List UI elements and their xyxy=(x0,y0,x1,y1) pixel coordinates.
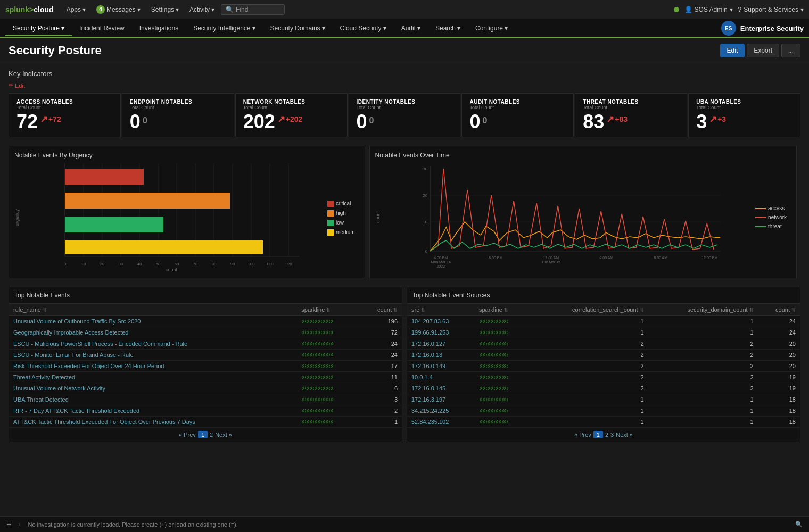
table-row[interactable]: Threat Activity Detected ⌇⌇⌇⌇⌇⌇⌇⌇⌇⌇⌇⌇⌇⌇⌇… xyxy=(9,372,402,383)
active-page-1[interactable]: 1 xyxy=(198,431,208,438)
edit-button[interactable]: Edit xyxy=(720,44,745,57)
count-cell: 11 xyxy=(358,372,402,383)
indicator-card[interactable]: IDENTITY NOTABLES Total Count 0 0 xyxy=(349,93,461,137)
nav-security-intelligence[interactable]: Security Intelligence ▾ xyxy=(186,21,262,36)
nav-support[interactable]: ? Support & Services ▾ xyxy=(738,6,804,13)
src-cell[interactable]: 104.207.83.63 xyxy=(407,316,475,327)
nav-messages[interactable]: 4 Messages ▾ xyxy=(92,3,145,16)
src-cell[interactable]: 199.66.91.253 xyxy=(407,327,475,338)
src-cell[interactable]: 10.0.1.4 xyxy=(407,372,475,383)
table-row[interactable]: 10.0.1.4 ⌇⌇⌇⌇⌇⌇⌇⌇⌇⌇⌇⌇⌇⌇⌇⌇⌇⌇ 2 2 19 xyxy=(407,372,800,383)
col-corr-count[interactable]: correlation_search_count ⇅ xyxy=(530,304,648,316)
table-row[interactable]: Unusual Volume of Network Activity ⌇⌇⌇⌇⌇… xyxy=(9,383,402,394)
nav-incident-review[interactable]: Incident Review xyxy=(72,21,132,36)
sparkline-src-cell: ⌇⌇⌇⌇⌇⌇⌇⌇⌇⌇⌇⌇⌇⌇⌇⌇⌇⌇ xyxy=(475,372,530,383)
messages-badge: 4 xyxy=(96,5,105,14)
table-row[interactable]: Risk Threshold Exceeded For Object Over … xyxy=(9,361,402,372)
indicator-card[interactable]: ENDPOINT NOTABLES Total Count 0 0 xyxy=(122,93,234,137)
export-button[interactable]: Export xyxy=(747,44,779,57)
indicator-card[interactable]: THREAT NOTABLES Total Count 83 ↗+83 xyxy=(575,93,687,137)
edit-link[interactable]: ✏ Edit xyxy=(9,82,800,89)
nav-search[interactable]: Search ▾ xyxy=(428,21,468,36)
nav-admin[interactable]: 👤 SOS Admin ▾ xyxy=(684,6,733,13)
second-nav: Security Posture ▾ Incident Review Inves… xyxy=(0,19,809,38)
indicator-sublabel: Total Count xyxy=(583,105,679,110)
table-row[interactable]: RIR - 7 Day ATT&CK Tactic Threshold Exce… xyxy=(9,405,402,417)
table-row[interactable]: 104.207.83.63 ⌇⌇⌇⌇⌇⌇⌇⌇⌇⌇⌇⌇⌇⌇⌇⌇⌇⌇ 1 1 24 xyxy=(407,316,800,327)
table-row[interactable]: UBA Threat Detected ⌇⌇⌇⌇⌇⌇⌇⌇⌇⌇⌇⌇⌇⌇⌇⌇⌇⌇⌇⌇… xyxy=(9,394,402,405)
rule-name-cell[interactable]: Unusual Volume of Network Activity xyxy=(9,383,297,394)
corr-count-cell: 1 xyxy=(530,327,648,338)
col-src-count[interactable]: count ⇅ xyxy=(758,304,800,316)
table-row[interactable]: 172.16.0.149 ⌇⌇⌇⌇⌇⌇⌇⌇⌇⌇⌇⌇⌇⌇⌇⌇⌇⌇ 2 2 20 xyxy=(407,361,800,372)
table-row[interactable]: 172.16.3.197 ⌇⌇⌇⌇⌇⌇⌇⌇⌇⌇⌇⌇⌇⌇⌇⌇⌇⌇ 1 1 18 xyxy=(407,394,800,405)
src-cell[interactable]: 172.16.0.127 xyxy=(407,338,475,350)
sec-count-cell: 1 xyxy=(648,316,758,327)
src-page-2-link[interactable]: 2 xyxy=(605,431,608,438)
col-count[interactable]: count ⇅ xyxy=(358,304,402,316)
src-prev-page-link[interactable]: « Prev xyxy=(574,431,591,438)
chevron-down-icon: ▾ xyxy=(383,24,386,32)
col-rule-name[interactable]: rule_name ⇅ xyxy=(9,304,297,316)
src-page-3-link[interactable]: 3 xyxy=(610,431,614,438)
table-row[interactable]: ESCU - Monitor Email For Brand Abuse - R… xyxy=(9,350,402,361)
table-row[interactable]: 172.16.0.145 ⌇⌇⌇⌇⌇⌇⌇⌇⌇⌇⌇⌇⌇⌇⌇⌇⌇⌇ 2 2 19 xyxy=(407,383,800,394)
splunk-logo[interactable]: splunk>cloud xyxy=(5,5,54,14)
rule-name-cell[interactable]: Geographically Improbable Access Detecte… xyxy=(9,327,297,338)
es-logo-icon: ES xyxy=(721,21,736,36)
col-sec-count[interactable]: security_domain_count ⇅ xyxy=(648,304,758,316)
src-cell[interactable]: 52.84.235.102 xyxy=(407,417,475,428)
nav-security-posture[interactable]: Security Posture ▾ xyxy=(5,21,72,36)
indicator-card[interactable]: NETWORK NOTABLES Total Count 202 ↗+202 xyxy=(235,93,348,137)
rule-name-cell[interactable]: Threat Activity Detected xyxy=(9,372,297,383)
chevron-down-icon: ▾ xyxy=(252,24,255,32)
nav-apps[interactable]: Apps ▾ xyxy=(62,4,90,15)
svg-text:50: 50 xyxy=(156,262,161,267)
indicator-card[interactable]: ACCESS NOTABLES Total Count 72 ↗+72 xyxy=(9,93,121,137)
more-button[interactable]: ... xyxy=(781,44,800,57)
src-active-page-1[interactable]: 1 xyxy=(593,431,603,438)
nav-cloud-security[interactable]: Cloud Security ▾ xyxy=(333,21,394,36)
rule-name-cell[interactable]: UBA Threat Detected xyxy=(9,394,297,405)
nav-audit[interactable]: Audit ▾ xyxy=(394,21,428,36)
table-row[interactable]: 172.16.0.13 ⌇⌇⌇⌇⌇⌇⌇⌇⌇⌇⌇⌇⌇⌇⌇⌇⌇⌇ 2 2 20 xyxy=(407,350,800,361)
rule-name-cell[interactable]: ESCU - Monitor Email For Brand Abuse - R… xyxy=(9,350,297,361)
col-sparkline-src[interactable]: sparkline ⇅ xyxy=(475,304,530,316)
rule-name-cell[interactable]: ATT&CK Tactic Threshold Exceeded For Obj… xyxy=(9,417,297,428)
table-row[interactable]: ESCU - Malicious PowerShell Process - En… xyxy=(9,338,402,350)
table-row[interactable]: 52.84.235.102 ⌇⌇⌇⌇⌇⌇⌇⌇⌇⌇⌇⌇⌇⌇⌇⌇⌇⌇ 1 1 18 xyxy=(407,417,800,428)
src-next-page-link[interactable]: Next » xyxy=(616,431,633,438)
col-src[interactable]: src ⇅ xyxy=(407,304,475,316)
table-row[interactable]: Unusual Volume of Outbound Traffic By Sr… xyxy=(9,316,402,327)
page-2-link[interactable]: 2 xyxy=(210,431,213,438)
col-sparkline[interactable]: sparkline ⇅ xyxy=(297,304,358,316)
src-cell[interactable]: 34.215.24.225 xyxy=(407,405,475,417)
src-cell[interactable]: 172.16.0.13 xyxy=(407,350,475,361)
charts-row: Notable Events By Urgency urgency xyxy=(9,146,800,278)
src-cell[interactable]: 172.16.0.149 xyxy=(407,361,475,372)
nav-investigations[interactable]: Investigations xyxy=(132,21,186,36)
chevron-down-icon: ▾ xyxy=(800,6,804,13)
nav-settings[interactable]: Settings ▾ xyxy=(147,4,183,15)
nav-configure[interactable]: Configure ▾ xyxy=(468,21,515,36)
prev-page-link[interactable]: « Prev xyxy=(179,431,196,438)
indicator-card[interactable]: AUDIT NOTABLES Total Count 0 0 xyxy=(461,93,574,137)
indicator-value: 72 ↗+72 xyxy=(16,112,113,131)
nav-activity[interactable]: Activity ▾ xyxy=(185,4,219,15)
src-cell[interactable]: 172.16.3.197 xyxy=(407,394,475,405)
next-page-link[interactable]: Next » xyxy=(215,431,232,438)
table-row[interactable]: 199.66.91.253 ⌇⌇⌇⌇⌇⌇⌇⌇⌇⌇⌇⌇⌇⌇⌇⌇⌇⌇ 1 1 24 xyxy=(407,327,800,338)
indicator-card[interactable]: UBA NOTABLES Total Count 3 ↗+3 xyxy=(688,93,800,137)
rule-name-cell[interactable]: ESCU - Malicious PowerShell Process - En… xyxy=(9,338,297,350)
enterprise-security-brand: ES Enterprise Security xyxy=(721,21,804,36)
table-row[interactable]: 34.215.24.225 ⌇⌇⌇⌇⌇⌇⌇⌇⌇⌇⌇⌇⌇⌇⌇⌇⌇⌇ 1 1 18 xyxy=(407,405,800,417)
rule-name-cell[interactable]: Unusual Volume of Outbound Traffic By Sr… xyxy=(9,316,297,327)
table-row[interactable]: Geographically Improbable Access Detecte… xyxy=(9,327,402,338)
table-row[interactable]: ATT&CK Tactic Threshold Exceeded For Obj… xyxy=(9,417,402,428)
rule-name-cell[interactable]: RIR - 7 Day ATT&CK Tactic Threshold Exce… xyxy=(9,405,297,417)
table-row[interactable]: 172.16.0.127 ⌇⌇⌇⌇⌇⌇⌇⌇⌇⌇⌇⌇⌇⌇⌇⌇⌇⌇ 2 2 20 xyxy=(407,338,800,350)
rule-name-cell[interactable]: Risk Threshold Exceeded For Object Over … xyxy=(9,361,297,372)
src-cell[interactable]: 172.16.0.145 xyxy=(407,383,475,394)
nav-security-domains[interactable]: Security Domains ▾ xyxy=(263,21,333,36)
find-input[interactable]: 🔍 Find xyxy=(221,4,285,15)
